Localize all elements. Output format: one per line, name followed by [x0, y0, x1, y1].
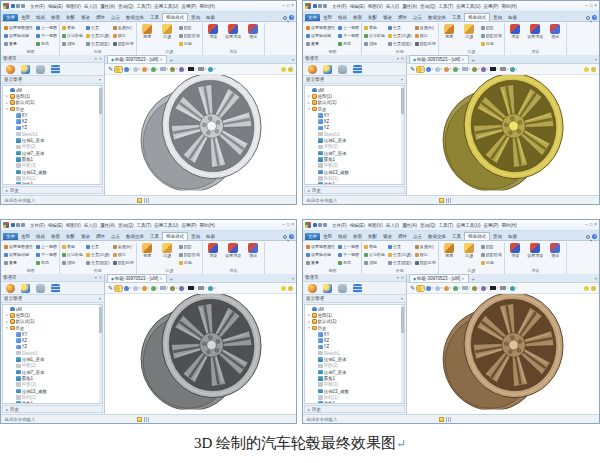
- ribbon-button[interactable]: 着色: [62, 24, 83, 31]
- menu-item[interactable]: 查询(Q): [118, 223, 134, 228]
- shade-mode-icon[interactable]: ▾: [115, 67, 122, 72]
- ribbon-tab-焊件[interactable]: 焊件: [93, 233, 108, 240]
- menu-item[interactable]: 编辑(E): [48, 223, 63, 228]
- ribbon-big-button[interactable]: 渲染: [205, 243, 222, 258]
- search-icon[interactable]: [586, 16, 590, 20]
- ribbon-button[interactable]: 阴影: [481, 24, 502, 31]
- document-tab[interactable]: ◆ 轮毂-30970523 - [uM] ✕: [409, 55, 469, 63]
- ribbon-button[interactable]: 布局: [338, 259, 359, 266]
- view-orient-icon[interactable]: [288, 286, 293, 291]
- ribbon-button[interactable]: 布局: [338, 40, 359, 47]
- ribbon-big-button[interactable]: 亮度: [441, 24, 458, 39]
- ribbon-tab-点云[interactable]: 点云: [410, 14, 425, 21]
- menu-item[interactable]: 查询(Q): [420, 4, 436, 9]
- ribbon-big-button[interactable]: 光源: [159, 24, 176, 39]
- menu-item[interactable]: 查询(Q): [118, 4, 134, 9]
- ribbon-button[interactable]: 设置旋转轴: [306, 251, 335, 258]
- ribbon-button[interactable]: 消隐: [62, 40, 83, 47]
- ribbon-button[interactable]: 上一视图: [36, 243, 57, 250]
- view-orient-icon[interactable]: [591, 286, 596, 291]
- manager-pin-icon[interactable]: ▾: [95, 56, 97, 61]
- document-tab-close-icon[interactable]: ✕: [461, 276, 464, 281]
- assembly-manager-icon[interactable]: [21, 65, 30, 74]
- grid-toggle-icon[interactable]: ▾: [160, 67, 168, 71]
- close-icon[interactable]: ×: [291, 4, 294, 9]
- help-icon[interactable]: ?: [289, 234, 294, 239]
- gray-swatch-icon[interactable]: ▾: [500, 286, 508, 290]
- ribbon-tab-装配[interactable]: 装配: [63, 233, 78, 240]
- zoom-all-icon[interactable]: [584, 67, 589, 72]
- hidden-line-icon[interactable]: ▾: [435, 286, 442, 291]
- grid-icon[interactable]: [446, 417, 451, 422]
- sketch-edit-icon[interactable]: ▾: [170, 286, 177, 291]
- document-tab[interactable]: ◆ 轮毂-30970523 - [uM] ✕: [409, 274, 469, 282]
- ribbon-button[interactable]: 下一视图: [36, 32, 57, 39]
- menu-item[interactable]: 属性(A): [402, 4, 417, 9]
- ribbon-button[interactable]: 消隐: [364, 40, 385, 47]
- history-footer[interactable]: ▸ 历史: [304, 186, 405, 194]
- visual-manager-icon[interactable]: [338, 284, 347, 293]
- history-manager-icon[interactable]: [308, 65, 317, 74]
- ribbon-tab-曲面[interactable]: 曲面: [48, 233, 63, 240]
- ribbon-button[interactable]: 金属(铝): [113, 243, 134, 250]
- sketch-pencil-icon[interactable]: ✎: [410, 66, 415, 72]
- search-icon[interactable]: [283, 235, 287, 239]
- minimize-icon[interactable]: ‒: [585, 4, 588, 9]
- assembly-manager-icon[interactable]: [21, 284, 30, 293]
- ribbon-tab-文件[interactable]: 文件: [305, 233, 320, 240]
- ribbon-button[interactable]: 已选: [481, 40, 502, 47]
- ribbon-button[interactable]: 烛光: [113, 251, 134, 258]
- ribbon-tab-查询[interactable]: 查询: [188, 233, 203, 240]
- tree-scrollbar[interactable]: [401, 86, 404, 184]
- manager-close-icon[interactable]: ✕: [401, 56, 404, 61]
- ribbon-big-button[interactable]: 渲染: [507, 243, 524, 258]
- ribbon-tab-装配[interactable]: 装配: [63, 14, 78, 21]
- ribbon-button[interactable]: 着色: [364, 243, 385, 250]
- assembly-manager-icon[interactable]: [323, 284, 332, 293]
- grid-icon[interactable]: [144, 198, 149, 203]
- material-icon[interactable]: ▾: [179, 286, 186, 291]
- ribbon-tab-工具[interactable]: 工具: [147, 233, 162, 240]
- menu-item[interactable]: 插入(I): [84, 4, 97, 9]
- document-tab-close-icon[interactable]: ✕: [159, 276, 162, 281]
- tab-overflow-icon[interactable]: ▾: [595, 276, 597, 282]
- tree-scrollbar-thumb[interactable]: [99, 307, 102, 333]
- document-tab-close-icon[interactable]: ✕: [461, 57, 464, 62]
- ribbon-tab-查询[interactable]: 查询: [188, 14, 203, 21]
- menu-item[interactable]: 插入(I): [386, 223, 399, 228]
- hidden-line-icon[interactable]: ▾: [133, 286, 140, 291]
- ribbon-tab-装配[interactable]: 装配: [365, 14, 380, 21]
- ribbon-button[interactable]: 下一视图: [338, 251, 359, 258]
- redo-icon[interactable]: [323, 223, 327, 227]
- ribbon-button[interactable]: 全景: [86, 243, 110, 250]
- tab-overflow-icon[interactable]: ▾: [292, 57, 294, 63]
- manager-close-icon[interactable]: ✕: [401, 275, 404, 280]
- ribbon-tab-点云[interactable]: 点云: [410, 233, 425, 240]
- ribbon-tab-焊件[interactable]: 焊件: [395, 14, 410, 21]
- viewport-canvas[interactable]: [105, 294, 296, 414]
- manager-pin-icon[interactable]: ▾: [397, 56, 399, 61]
- undo-icon[interactable]: [16, 4, 20, 8]
- menu-item[interactable]: 应用工具(U): [456, 4, 480, 9]
- grid-icon[interactable]: [144, 417, 149, 422]
- menu-item[interactable]: 查询(Q): [420, 223, 436, 228]
- tree-scrollbar[interactable]: [401, 305, 404, 403]
- ribbon-button[interactable]: 着色: [62, 243, 83, 250]
- ribbon-button[interactable]: 金属(铝): [113, 24, 134, 31]
- ribbon-button[interactable]: 设置旋转轴: [306, 32, 335, 39]
- ribbon-tab-线框[interactable]: 线框: [335, 233, 350, 240]
- prompt-icon[interactable]: [137, 417, 142, 422]
- new-document-tab[interactable]: +: [469, 276, 478, 282]
- background-icon[interactable]: ▾: [510, 286, 517, 291]
- layer-manager-icon[interactable]: [51, 284, 60, 293]
- ribbon-tab-钣金[interactable]: 钣金: [78, 14, 93, 21]
- gray-swatch-icon[interactable]: ▾: [500, 67, 508, 71]
- wireframe-mode-icon[interactable]: ▾: [124, 67, 131, 72]
- ribbon-button[interactable]: 全景: [388, 24, 412, 31]
- new-document-tab[interactable]: +: [167, 57, 176, 63]
- document-tab[interactable]: ◆ 轮毂-30970523 - [uM] ✕: [107, 55, 167, 63]
- render-mode-icon[interactable]: ▾: [444, 286, 451, 291]
- menu-item[interactable]: 文件(F): [30, 223, 45, 228]
- tree-scrollbar-thumb[interactable]: [401, 88, 404, 114]
- tree-item[interactable]: 倒角1: [3, 181, 102, 185]
